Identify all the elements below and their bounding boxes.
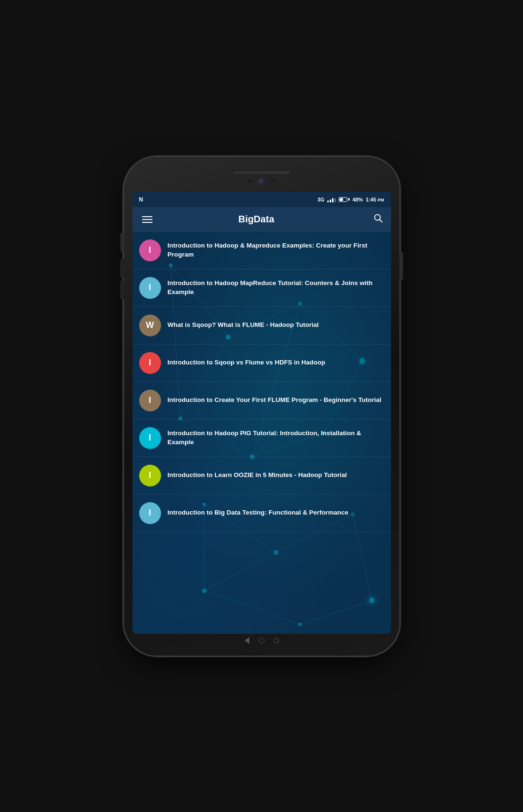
home-button[interactable] — [259, 638, 265, 643]
svg-point-29 — [298, 622, 302, 626]
list-item[interactable]: I Introduction to Hadoop PIG Tutorial: I… — [133, 420, 391, 457]
status-bar: N 3G 48% 1:45 P — [133, 192, 391, 207]
item-text: Introduction to Big Data Testing: Functi… — [168, 508, 349, 517]
avatar: I — [139, 465, 161, 487]
list-content: I Introduction to Hadoop & Mapreduce Exa… — [133, 232, 391, 634]
time-display: 1:45 PM — [366, 197, 384, 202]
list-container: I Introduction to Hadoop & Mapreduce Exa… — [133, 232, 391, 532]
list-item[interactable]: I Introduction to Create Your First FLUM… — [133, 382, 391, 420]
back-button[interactable] — [245, 637, 249, 644]
sensor-dot — [248, 180, 253, 184]
sensor-dot-2 — [271, 180, 276, 184]
status-right: 3G 48% 1:45 PM — [317, 197, 384, 202]
list-item[interactable]: I Introduction to Learn OOZIE in 5 Minut… — [133, 457, 391, 495]
battery-icon — [339, 197, 350, 202]
avatar: I — [139, 277, 161, 299]
avatar: W — [139, 315, 161, 336]
svg-line-15 — [204, 591, 300, 624]
avatar: I — [139, 427, 161, 449]
app-bar: BigData — [133, 207, 391, 232]
battery-body — [339, 197, 347, 202]
bottom-nav-area — [245, 634, 279, 647]
svg-point-32 — [363, 592, 380, 609]
status-left: N — [139, 196, 143, 203]
item-text: Introduction to Hadoop MapReduce Tutoria… — [168, 279, 384, 297]
item-text: Introduction to Hadoop & Mapreduce Examp… — [168, 241, 384, 259]
item-text: Introduction to Create Your First FLUME … — [168, 396, 381, 405]
item-text: Introduction to Hadoop PIG Tutorial: Int… — [168, 429, 384, 447]
avatar: I — [139, 390, 161, 411]
battery-pct: 48% — [352, 197, 363, 202]
item-text: Introduction to Sqoop vs Flume vs HDFS i… — [168, 358, 325, 367]
signal-bar-2 — [330, 200, 331, 202]
camera-lens — [257, 178, 266, 186]
list-item[interactable]: I Introduction to Sqoop vs Flume vs HDFS… — [133, 344, 391, 382]
phone-device: N 3G 48% 1:45 P — [124, 157, 399, 656]
list-item[interactable]: W What is Sqoop? What is FLUME - Hadoop … — [133, 307, 391, 344]
recents-button[interactable] — [274, 638, 279, 643]
signal-bar-1 — [327, 201, 329, 202]
signal-bar-4 — [334, 198, 336, 202]
battery-tip — [348, 198, 350, 201]
avatar: I — [139, 502, 161, 524]
network-icon: N — [139, 196, 143, 203]
speaker-grill — [233, 170, 290, 174]
svg-point-26 — [274, 550, 278, 554]
list-item[interactable]: I Introduction to Hadoop MapReduce Tutor… — [133, 269, 391, 307]
svg-line-1 — [380, 220, 382, 222]
list-item[interactable]: I Introduction to Hadoop & Mapreduce Exa… — [133, 232, 391, 269]
app-title: BigData — [140, 214, 373, 225]
list-item[interactable]: I Introduction to Big Data Testing: Func… — [133, 495, 391, 532]
item-text: What is Sqoop? What is FLUME - Hadoop Tu… — [168, 321, 319, 330]
battery-fill — [340, 198, 343, 201]
svg-line-14 — [300, 600, 371, 624]
network-type: 3G — [317, 197, 324, 202]
avatar: I — [139, 352, 161, 374]
top-sensors — [248, 178, 276, 186]
avatar: I — [139, 239, 161, 261]
signal-bars — [327, 197, 336, 202]
item-text: Introduction to Learn OOZIE in 5 Minutes… — [168, 471, 347, 480]
signal-bar-3 — [332, 198, 333, 202]
svg-point-30 — [202, 588, 207, 593]
screen: N 3G 48% 1:45 P — [133, 192, 391, 634]
search-button[interactable] — [373, 213, 383, 226]
svg-line-17 — [204, 552, 276, 591]
